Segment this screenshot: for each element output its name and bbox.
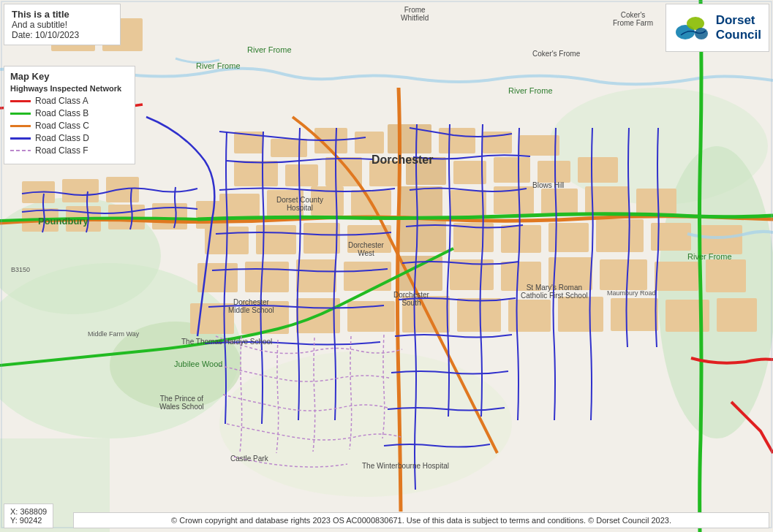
svg-rect-41 (501, 225, 541, 253)
dorset-council-text: Dorset Council (716, 13, 761, 43)
dorset-council-logo: Dorset Council (665, 4, 769, 52)
svg-rect-13 (439, 128, 475, 153)
map-key: Map Key Highways Inspected Network Road … (4, 66, 135, 164)
key-item-road-class-f: Road Class F (10, 145, 127, 156)
key-label-f: Road Class F (35, 145, 88, 156)
map-key-title: Map Key (10, 71, 127, 82)
key-label-b: Road Class B (35, 108, 88, 118)
copyright-text: © Crown copyright and database rights 20… (171, 516, 671, 525)
svg-rect-69 (62, 179, 99, 202)
y-coord: Y: 90242 (10, 516, 47, 525)
svg-rect-20 (406, 157, 446, 185)
svg-rect-17 (285, 164, 318, 186)
svg-rect-9 (271, 139, 307, 157)
svg-rect-57 (190, 303, 234, 334)
x-coord: X: 368809 (10, 507, 47, 516)
svg-rect-48 (296, 259, 336, 292)
svg-rect-26 (267, 190, 303, 218)
coordinates-box: X: 368809 Y: 90242 (4, 503, 53, 528)
key-label-a: Road Class A (35, 96, 88, 106)
key-item-road-class-c: Road Class C (10, 121, 127, 131)
svg-rect-67 (717, 298, 757, 332)
svg-rect-44 (651, 223, 691, 251)
svg-rect-24 (578, 157, 618, 183)
key-line-d (10, 137, 31, 140)
svg-rect-64 (558, 297, 603, 332)
svg-rect-32 (541, 189, 578, 215)
svg-rect-55 (655, 262, 698, 291)
svg-text:B3150: B3150 (11, 266, 30, 273)
key-line-c (10, 125, 31, 127)
svg-text:Middle Farm Way: Middle Farm Way (88, 330, 140, 338)
svg-rect-34 (636, 189, 676, 214)
svg-rect-42 (548, 223, 589, 252)
svg-rect-22 (494, 157, 530, 183)
svg-rect-36 (256, 225, 296, 254)
key-line-b (10, 113, 31, 115)
key-label-c: Road Class C (35, 121, 89, 131)
map-title: This is a title (12, 9, 113, 20)
svg-rect-63 (508, 300, 551, 332)
svg-rect-56 (706, 259, 746, 292)
svg-rect-37 (303, 223, 340, 254)
svg-rect-30 (450, 190, 486, 216)
title-box: This is a title And a subtitle! Date: 10… (4, 4, 121, 45)
key-item-road-class-d: Road Class D (10, 133, 127, 143)
svg-rect-11 (355, 132, 384, 153)
svg-rect-61 (402, 296, 450, 332)
dorset-council-icon (674, 9, 712, 47)
map-date: Date: 10/10/2023 (12, 30, 113, 40)
svg-rect-15 (519, 135, 559, 156)
svg-rect-43 (596, 219, 644, 252)
key-label-d: Road Class D (35, 133, 89, 143)
svg-rect-45 (698, 225, 742, 254)
svg-text:Maumbury Road: Maumbury Road (607, 289, 656, 297)
key-line-a (10, 100, 31, 102)
svg-rect-29 (399, 186, 442, 217)
key-line-f (10, 150, 31, 151)
svg-rect-62 (457, 298, 501, 332)
svg-rect-54 (600, 259, 647, 290)
svg-rect-65 (611, 298, 658, 331)
svg-rect-52 (501, 262, 541, 291)
map-key-subtitle: Highways Inspected Network (10, 84, 127, 93)
svg-rect-49 (344, 262, 391, 291)
svg-rect-60 (347, 301, 395, 332)
copyright-box: © Crown copyright and database rights 20… (73, 512, 769, 528)
svg-rect-16 (234, 161, 278, 186)
map-subtitle: And a subtitle! (12, 20, 113, 30)
key-item-road-class-b: Road Class B (10, 108, 127, 118)
map-container: B3150 Middle Farm Way Maumbury Road Dorc… (0, 0, 773, 532)
svg-point-3 (219, 351, 512, 497)
svg-rect-23 (538, 161, 570, 183)
svg-rect-47 (245, 262, 289, 292)
svg-rect-39 (399, 219, 446, 252)
svg-rect-19 (369, 161, 399, 186)
key-item-road-class-a: Road Class A (10, 96, 127, 106)
